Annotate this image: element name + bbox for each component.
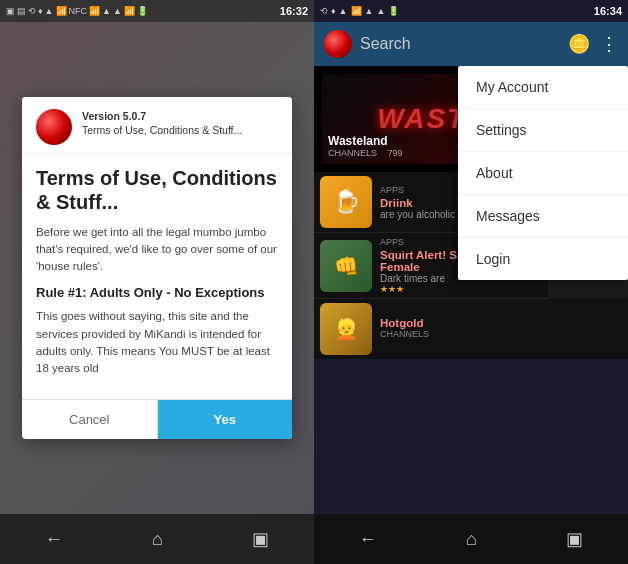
more-options-icon[interactable]: ⋮ bbox=[600, 33, 618, 55]
dialog-header: Version 5.0.7 Terms of Use, Conditions &… bbox=[22, 97, 292, 154]
dialog-title: Terms of Use, Conditions & Stuff... bbox=[36, 166, 278, 214]
hotgold-category: CHANNELS bbox=[380, 329, 429, 339]
status-icons-right: ⟲ ♦ ▲ 📶 ▲ ▲ 🔋 bbox=[320, 6, 399, 16]
dialog-buttons: Cancel Yes bbox=[22, 399, 292, 439]
dropdown-menu: My Account Settings About Messages Login bbox=[458, 66, 628, 280]
time-left: 16:32 bbox=[280, 5, 308, 17]
dialog-header-text: Version 5.0.7 Terms of Use, Conditions &… bbox=[82, 109, 242, 138]
hotgold-item[interactable]: 👱 Hotgold CHANNELS bbox=[314, 299, 628, 359]
status-icons-left: ▣ ▤ ⟲ ♦ ▲ 📶 NFC 📶 ▲ ▲ 📶 🔋 bbox=[6, 6, 148, 16]
dialog-body: Terms of Use, Conditions & Stuff... Befo… bbox=[22, 154, 292, 400]
content-area: WASTELAND Wasteland CHANNELS 799 bbox=[314, 66, 628, 514]
hotgold-thumb: 👱 bbox=[320, 303, 372, 355]
terms-dialog: Version 5.0.7 Terms of Use, Conditions &… bbox=[22, 97, 292, 440]
coins-icon[interactable]: 🪙 bbox=[568, 33, 590, 55]
time-right: 16:34 bbox=[594, 5, 622, 17]
driink-thumb: 🍺 bbox=[320, 176, 372, 228]
recents-button-right[interactable]: ▣ bbox=[566, 528, 583, 550]
version-text: Version 5.0.7 Terms of Use, Conditions &… bbox=[82, 109, 242, 138]
home-button-right[interactable]: ⌂ bbox=[466, 529, 477, 550]
hotgold-info: Hotgold CHANNELS bbox=[380, 317, 429, 341]
cancel-button[interactable]: Cancel bbox=[22, 400, 158, 439]
app-header: Search 🪙 ⋮ bbox=[314, 22, 628, 66]
squirt-stars: ★★★ bbox=[380, 284, 513, 294]
bottom-nav-left: ← ⌂ ▣ bbox=[0, 514, 314, 564]
menu-item-login[interactable]: Login bbox=[458, 238, 628, 280]
menu-item-my-account[interactable]: My Account bbox=[458, 66, 628, 109]
recents-button[interactable]: ▣ bbox=[252, 528, 269, 550]
app-logo bbox=[36, 109, 72, 145]
status-bar-left: ▣ ▤ ⟲ ♦ ▲ 📶 NFC 📶 ▲ ▲ 📶 🔋 16:32 bbox=[0, 0, 314, 22]
hotgold-title: Hotgold bbox=[380, 317, 429, 329]
dialog-rule1: Rule #1: Adults Only - No Exceptions bbox=[36, 285, 278, 300]
dialog-body1: Before we get into all the legal mumbo j… bbox=[36, 224, 278, 276]
menu-item-settings[interactable]: Settings bbox=[458, 109, 628, 152]
search-bar[interactable]: Search bbox=[360, 35, 560, 53]
dialog-overlay: Version 5.0.7 Terms of Use, Conditions &… bbox=[0, 22, 314, 514]
left-panel: ▣ ▤ ⟲ ♦ ▲ 📶 NFC 📶 ▲ ▲ 📶 🔋 16:32 Version … bbox=[0, 0, 314, 564]
menu-item-messages[interactable]: Messages bbox=[458, 195, 628, 238]
back-button-right[interactable]: ← bbox=[359, 529, 377, 550]
status-bar-right: ⟲ ♦ ▲ 📶 ▲ ▲ 🔋 16:34 bbox=[314, 0, 628, 22]
back-button[interactable]: ← bbox=[45, 529, 63, 550]
yes-button[interactable]: Yes bbox=[158, 400, 293, 439]
header-icons: 🪙 ⋮ bbox=[568, 33, 618, 55]
squirt-thumb: 👊 bbox=[320, 240, 372, 292]
home-button[interactable]: ⌂ bbox=[152, 529, 163, 550]
right-panel: ⟲ ♦ ▲ 📶 ▲ ▲ 🔋 16:34 Search 🪙 ⋮ WASTELAND bbox=[314, 0, 628, 564]
app-logo-right bbox=[324, 30, 352, 58]
menu-item-about[interactable]: About bbox=[458, 152, 628, 195]
bottom-nav-right: ← ⌂ ▣ bbox=[314, 514, 628, 564]
dialog-body2: This goes without saying, this site and … bbox=[36, 308, 278, 377]
